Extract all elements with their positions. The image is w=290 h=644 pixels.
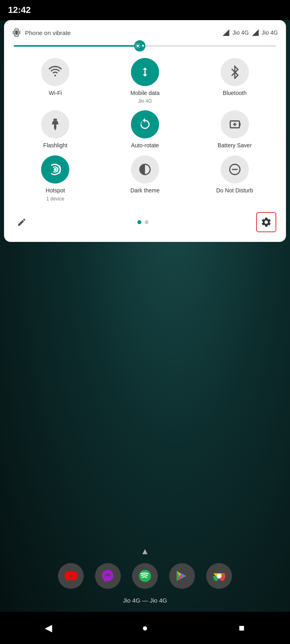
- svg-point-29: [217, 574, 222, 578]
- svg-point-27: [139, 570, 151, 582]
- dark-theme-label: Dark theme: [130, 187, 160, 194]
- hotspot-icon: [48, 163, 62, 176]
- signal1-label: Jio 4G: [232, 29, 249, 36]
- dnd-label: Do Not Disturb: [216, 187, 253, 194]
- signal-info: Jio 4G Jio 4G: [222, 29, 278, 37]
- svg-rect-17: [54, 124, 56, 129]
- mobile-data-label: Mobile data: [130, 89, 160, 97]
- dot-2: [145, 220, 149, 224]
- vibrate-label: Phone on vibrate: [25, 29, 70, 36]
- bluetooth-icon-bg: [221, 58, 249, 86]
- edit-button[interactable]: [14, 214, 30, 230]
- svg-line-14: [136, 47, 136, 47]
- flashlight-icon: [48, 118, 62, 131]
- tile-hotspot[interactable]: Hotspot 1 device: [12, 155, 99, 201]
- tile-dnd[interactable]: Do Not Disturb: [191, 155, 278, 201]
- brightness-track: [14, 45, 276, 47]
- recents-button[interactable]: ■: [232, 618, 252, 638]
- flashlight-label: Flashlight: [43, 142, 67, 149]
- svg-line-13: [139, 44, 139, 44]
- svg-point-23: [54, 168, 57, 171]
- vibrate-icon: [12, 28, 21, 37]
- dock-icons: [58, 563, 232, 589]
- tiles-grid: Wi-Fi Mobile data Jio 4G Bluetooth: [12, 58, 278, 202]
- dnd-icon: [228, 163, 242, 176]
- navigation-bar: ◀ ● ■: [0, 612, 290, 644]
- flashlight-icon-bg: [41, 110, 69, 138]
- status-time: 12:42: [8, 5, 31, 15]
- youtube-icon: [64, 569, 78, 583]
- svg-marker-4: [223, 29, 230, 36]
- tile-wifi[interactable]: Wi-Fi: [12, 58, 99, 104]
- auto-rotate-label: Auto-rotate: [131, 142, 159, 149]
- wifi-label: Wi-Fi: [49, 89, 62, 97]
- mobile-data-icon: [138, 65, 152, 79]
- bluetooth-label: Bluetooth: [223, 89, 246, 97]
- wifi-icon-bg: [41, 58, 69, 86]
- messenger-icon: [101, 569, 115, 583]
- tile-mobile-data[interactable]: Mobile data Jio 4G: [102, 58, 188, 104]
- dot-1: [137, 220, 141, 224]
- svg-point-15: [54, 74, 56, 76]
- battery-saver-label: Battery Saver: [218, 142, 252, 149]
- tile-dark-theme[interactable]: Dark theme: [102, 155, 188, 201]
- page-dots: [137, 220, 149, 224]
- pencil-icon: [17, 217, 27, 227]
- settings-button[interactable]: [256, 212, 276, 232]
- dock-area: ▲: [0, 546, 290, 604]
- mobile-data-icon-bg: [131, 58, 159, 86]
- tile-flashlight[interactable]: Flashlight: [12, 110, 99, 149]
- spotify-icon: [138, 569, 152, 583]
- dock-arrow-icon: ▲: [141, 546, 149, 557]
- notification-row: Phone on vibrate Jio 4G Jio 4G: [12, 28, 278, 37]
- signal2-icon: [251, 29, 259, 37]
- dark-theme-icon: [138, 163, 152, 176]
- vibrate-info: Phone on vibrate: [12, 28, 70, 37]
- brightness-icon: [135, 43, 141, 49]
- brightness-slider[interactable]: [12, 45, 278, 47]
- svg-rect-20: [239, 123, 240, 126]
- hotspot-icon-bg: [41, 155, 69, 184]
- svg-rect-3: [19, 31, 20, 34]
- signal1-icon: [222, 29, 230, 37]
- dark-theme-icon-bg: [131, 155, 159, 184]
- status-bar: 12:42: [0, 0, 290, 20]
- dock-messenger[interactable]: [95, 563, 121, 589]
- brightness-fill: [14, 45, 140, 47]
- mobile-data-sublabel: Jio 4G: [138, 98, 152, 104]
- tile-battery-saver[interactable]: Battery Saver: [191, 110, 278, 149]
- svg-point-6: [137, 45, 139, 47]
- dock-play[interactable]: [169, 563, 195, 589]
- panel-bottom-bar: [12, 210, 278, 234]
- hotspot-label: Hotspot: [46, 187, 65, 194]
- home-button[interactable]: ●: [135, 618, 155, 638]
- battery-saver-icon: [228, 118, 242, 131]
- brightness-thumb: [134, 40, 145, 52]
- signal2-label: Jio 4G: [262, 29, 278, 36]
- quick-settings-panel: Phone on vibrate Jio 4G Jio 4G: [4, 20, 286, 242]
- auto-rotate-icon-bg: [131, 110, 159, 138]
- chrome-icon: [212, 569, 226, 583]
- svg-line-11: [136, 44, 136, 44]
- battery-saver-icon-bg: [221, 110, 249, 138]
- dock-spotify[interactable]: [132, 563, 158, 589]
- svg-line-12: [139, 47, 139, 47]
- wifi-icon: [48, 65, 62, 79]
- dock-chrome[interactable]: [206, 563, 232, 589]
- bluetooth-icon: [228, 65, 242, 79]
- dock-network-label: Jio 4G — Jio 4G: [123, 597, 167, 604]
- back-button[interactable]: ◀: [38, 618, 58, 638]
- tile-bluetooth[interactable]: Bluetooth: [191, 58, 278, 104]
- hotspot-sublabel: 1 device: [46, 196, 64, 202]
- svg-rect-2: [13, 31, 14, 34]
- tile-auto-rotate[interactable]: Auto-rotate: [102, 110, 188, 149]
- dnd-icon-bg: [221, 155, 249, 184]
- gear-icon: [261, 217, 272, 228]
- dock-youtube[interactable]: [58, 563, 84, 589]
- auto-rotate-icon: [138, 118, 152, 131]
- play-store-icon: [175, 569, 189, 583]
- svg-marker-5: [252, 29, 259, 36]
- svg-rect-16: [54, 119, 57, 121]
- svg-rect-1: [15, 31, 18, 35]
